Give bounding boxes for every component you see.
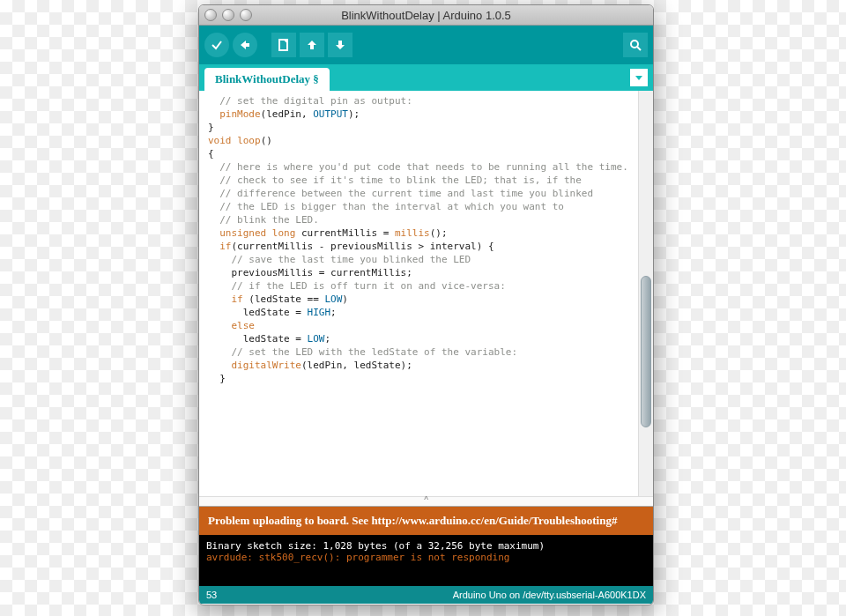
code-editor[interactable]: // set the digital pin as output: pinMod… — [199, 91, 638, 496]
svg-marker-7 — [635, 76, 642, 80]
titlebar[interactable]: BlinkWithoutDelay | Arduino 1.0.5 — [199, 5, 653, 26]
close-window-button[interactable] — [204, 9, 217, 21]
toolbar — [199, 26, 653, 64]
code-line: ledState = HIGH; — [208, 306, 633, 319]
code-line: ledState = LOW; — [208, 332, 633, 345]
save-button[interactable] — [328, 33, 352, 57]
console-line: Binary sketch size: 1,028 bytes (of a 32… — [206, 540, 646, 552]
scrollbar-thumb[interactable] — [641, 276, 651, 427]
code-line: // blink the LED. — [208, 213, 633, 226]
arduino-ide-window: BlinkWithoutDelay | Arduino 1.0.5 BlinkW… — [198, 4, 654, 605]
zoom-window-button[interactable] — [240, 9, 252, 21]
code-line: // if the LED is off turn it on and vice… — [208, 279, 633, 293]
serial-monitor-button[interactable] — [623, 33, 648, 57]
sketch-tab[interactable]: BlinkWithoutDelay § — [204, 68, 330, 91]
code-line: // set the LED with the ledState of the … — [208, 345, 633, 359]
code-line: } — [208, 121, 633, 134]
console-output[interactable]: Binary sketch size: 1,028 bytes (of a 32… — [199, 535, 653, 586]
verify-button[interactable] — [204, 33, 229, 57]
code-line: // here is where you'd put code that nee… — [208, 160, 633, 174]
code-line: pinMode(ledPin, OUTPUT); — [208, 108, 633, 121]
code-line: unsigned long currentMillis = millis(); — [208, 226, 633, 240]
vertical-scrollbar[interactable] — [638, 91, 653, 496]
code-line: digitalWrite(ledPin, ledState); — [208, 359, 633, 372]
svg-marker-4 — [336, 41, 345, 49]
pane-resize-grip[interactable]: ^ — [199, 496, 653, 506]
status-bar: 53 Arduino Uno on /dev/tty.usbserial-A60… — [199, 586, 653, 604]
code-line: if (ledState == LOW) — [208, 293, 633, 306]
code-line: { — [208, 147, 633, 160]
svg-line-6 — [637, 47, 641, 50]
tab-menu-button[interactable] — [630, 69, 648, 86]
editor-area: // set the digital pin as output: pinMod… — [199, 91, 653, 496]
svg-marker-0 — [241, 41, 249, 49]
status-board-port: Arduino Uno on /dev/tty.usbserial-A600K1… — [453, 590, 646, 600]
minimize-window-button[interactable] — [222, 9, 234, 21]
tab-bar: BlinkWithoutDelay § — [199, 64, 653, 91]
error-message: Problem uploading to board. See http://w… — [208, 514, 617, 527]
code-line: // the LED is bigger than the interval a… — [208, 200, 633, 213]
open-button[interactable] — [300, 33, 324, 57]
code-line: void loop() — [208, 134, 633, 147]
code-line: if(currentMillis - previousMillis > inte… — [208, 240, 633, 253]
code-line: previousMillis = currentMillis; — [208, 266, 633, 279]
code-line: // save the last time you blinked the LE… — [208, 253, 633, 266]
code-line: // set the digital pin as output: — [208, 94, 633, 108]
upload-button[interactable] — [233, 33, 257, 57]
error-bar: Problem uploading to board. See http://w… — [199, 506, 653, 535]
code-line: } — [208, 372, 633, 385]
svg-marker-3 — [308, 41, 316, 49]
new-button[interactable] — [271, 33, 296, 57]
window-title: BlinkWithoutDelay | Arduino 1.0.5 — [199, 9, 653, 22]
traffic-lights — [204, 9, 252, 21]
console-line: avrdude: stk500_recv(): programmer is no… — [206, 552, 646, 563]
code-line: // check to see if it's time to blink th… — [208, 174, 633, 187]
code-line: else — [208, 319, 633, 332]
status-line-number: 53 — [206, 590, 217, 600]
svg-point-5 — [631, 41, 638, 48]
code-line: // difference between the current time a… — [208, 187, 633, 200]
